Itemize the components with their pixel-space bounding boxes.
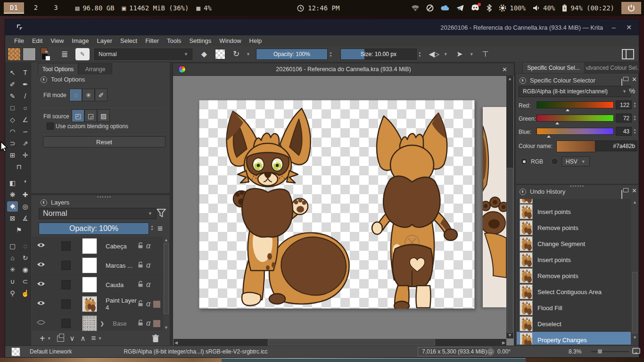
alpha-icon[interactable]: α <box>146 280 150 289</box>
pattern-edit-tool-icon[interactable]: ❋ <box>7 189 18 200</box>
layer-opacity-slider[interactable]: Opacity: 100% <box>39 222 149 235</box>
layer-thumbnail[interactable] <box>82 315 97 331</box>
visibility-icon[interactable] <box>37 319 46 328</box>
bezier-curve-tool-icon[interactable]: ◠ <box>7 126 18 137</box>
layer-name[interactable]: Base <box>113 320 138 327</box>
bezier-selection-tool-icon[interactable]: ∪ <box>7 276 18 287</box>
fullscreen-icon[interactable] <box>632 348 640 355</box>
gradient-tool-icon[interactable]: ◧ <box>7 178 18 188</box>
layer-color-swatch[interactable] <box>61 280 71 289</box>
percent-toggle[interactable]: % <box>629 87 635 95</box>
line-tool-icon[interactable]: / <box>20 91 31 101</box>
drag-handle[interactable]: •••••• <box>97 195 112 199</box>
smart-patch-tool-icon[interactable]: ✚ <box>20 189 31 200</box>
duplicate-layer-button[interactable] <box>57 336 64 342</box>
fill-tool-icon[interactable] <box>7 201 18 212</box>
red-slider[interactable] <box>537 101 614 108</box>
tab-specific-colour-selector[interactable]: Specific Colour Sel... <box>522 62 585 73</box>
foreground-background-colors[interactable]: ⇅ <box>41 48 54 61</box>
lock-docker-icon[interactable] <box>41 199 47 206</box>
move-layer-up-button[interactable]: ∧ <box>81 334 86 343</box>
window-titlebar[interactable]: 20260106 - Referencia do Cannella.kra (9… <box>5 19 639 35</box>
brush-editor-button[interactable]: ✎ <box>75 48 90 60</box>
workspace-3[interactable]: 3 <box>48 2 64 14</box>
discord-icon[interactable] <box>471 4 479 12</box>
alpha-icon[interactable]: α <box>146 261 150 270</box>
canvas-titlebar[interactable]: 20260106 - Referencia do Cannella.kra (9… <box>173 63 514 76</box>
image-size[interactable]: 7,016 x 5,300 (933.4 MiB) <box>418 347 491 356</box>
vertical-scrollbar[interactable]: ▲ ▼ <box>506 75 513 338</box>
undo-scroll-down[interactable]: ▼ <box>632 335 637 340</box>
color-sampler-tool-icon[interactable]: ❜ <box>20 178 31 188</box>
transform-tool-icon[interactable]: ⊞ <box>7 150 18 160</box>
green-slider[interactable] <box>537 115 614 122</box>
menu-tools[interactable]: Tools <box>167 37 181 44</box>
undo-item[interactable]: Change Segment <box>517 236 631 252</box>
gradient-swatch[interactable] <box>8 48 21 61</box>
polygon-tool-icon[interactable]: ◇ <box>7 115 18 125</box>
float-docker-icon[interactable] <box>621 190 622 199</box>
freehand-path-tool-icon[interactable]: ∽ <box>20 126 31 137</box>
workspace-chooser-icon[interactable] <box>622 49 634 59</box>
layer-properties-button[interactable]: ≡ <box>91 334 96 343</box>
tab-tool-options[interactable]: Tool Options <box>38 63 78 74</box>
lock-icon[interactable] <box>138 242 143 250</box>
opacity-spin[interactable]: ▲▼ <box>328 51 334 58</box>
lock-icon[interactable] <box>138 319 143 328</box>
undo-item-partial[interactable] <box>517 199 631 204</box>
menu-filter[interactable]: Filter <box>145 37 159 44</box>
hsv-radio[interactable] <box>551 158 558 165</box>
menu-window[interactable]: Window <box>219 37 241 44</box>
dynamic-brush-tool-icon[interactable]: ⊃ <box>7 138 18 148</box>
layer-row[interactable]: Cabeçaα <box>32 237 163 256</box>
visibility-icon[interactable] <box>37 300 46 308</box>
undo-item[interactable]: Insert points <box>517 252 631 268</box>
tab-advanced-colour-selector[interactable]: Advanced Colour Sel... <box>586 62 639 73</box>
similar-selection-tool-icon[interactable]: ✳ <box>7 264 18 275</box>
preserve-alpha-icon[interactable] <box>215 49 225 59</box>
power-button[interactable] <box>621 2 641 14</box>
alpha-icon[interactable]: α <box>146 242 150 250</box>
undo-scrollbar[interactable] <box>632 272 637 333</box>
rectangular-selection-tool-icon[interactable]: ▢ <box>7 241 18 251</box>
undo-item[interactable]: Insert points <box>517 204 631 220</box>
lock-icon[interactable] <box>138 300 143 308</box>
layer-color-swatch[interactable] <box>61 261 71 270</box>
size-spin[interactable]: ▲▼ <box>417 51 423 58</box>
rectangle-tool-icon[interactable]: □ <box>7 103 18 113</box>
size-slider[interactable]: Size: 10.00 px <box>340 49 417 60</box>
undo-item[interactable]: Select Contiguous Area <box>517 284 631 300</box>
layer-name[interactable]: Marcas ... <box>106 262 138 269</box>
volume-group[interactable]: 40% <box>533 4 555 12</box>
mirror-horizontal-icon[interactable]: ◀▷ <box>428 49 440 58</box>
lock-docker-icon[interactable] <box>520 77 526 84</box>
brightness-group[interactable]: 100% <box>499 4 526 12</box>
lock-docker-icon[interactable] <box>520 189 526 195</box>
expand-group-icon[interactable]: ❯ <box>100 321 104 327</box>
fill-source-pattern-icon[interactable]: ▨ <box>97 109 110 122</box>
assistants-tool-icon[interactable]: ⊠ <box>7 213 18 223</box>
layer-blending-select[interactable]: Normal▼ <box>39 208 157 219</box>
canvas-artwork[interactable] <box>199 100 475 309</box>
close-button[interactable]: ✕ <box>625 23 633 32</box>
layer-color-swatch[interactable] <box>61 319 71 328</box>
blue-value[interactable]: 43 <box>616 127 632 136</box>
fill-source-foreground-icon[interactable]: ◰ <box>72 109 84 122</box>
blue-spin[interactable]: ▲▼ <box>632 128 638 134</box>
undo-scroll-up[interactable]: ▲ <box>632 200 637 205</box>
zoom-slider[interactable] <box>591 351 629 352</box>
canvas-artwork-overflow[interactable] <box>483 107 506 307</box>
polyline-tool-icon[interactable]: ∠ <box>20 115 31 125</box>
selection-mode-icon[interactable] <box>11 347 20 356</box>
battery-group[interactable]: 94% (00:22) <box>562 4 614 12</box>
close-docker-icon[interactable]: ✕ <box>632 187 637 194</box>
multibrush-tool-icon[interactable]: ⇗ <box>20 138 31 148</box>
select-shapes-tool-icon[interactable]: ↖ <box>7 67 18 78</box>
layers-scroll-down[interactable]: ▼ <box>164 325 169 330</box>
hsv-select[interactable]: HSV▼ <box>561 156 590 166</box>
undo-item[interactable]: Remove points <box>517 220 631 236</box>
layer-row[interactable]: ❯Baseα <box>32 314 163 331</box>
blending-mode-select[interactable]: Normal▼ <box>94 49 192 60</box>
lock-docker-icon[interactable] <box>41 76 47 83</box>
chevron-down-icon[interactable]: ▼ <box>98 336 102 341</box>
